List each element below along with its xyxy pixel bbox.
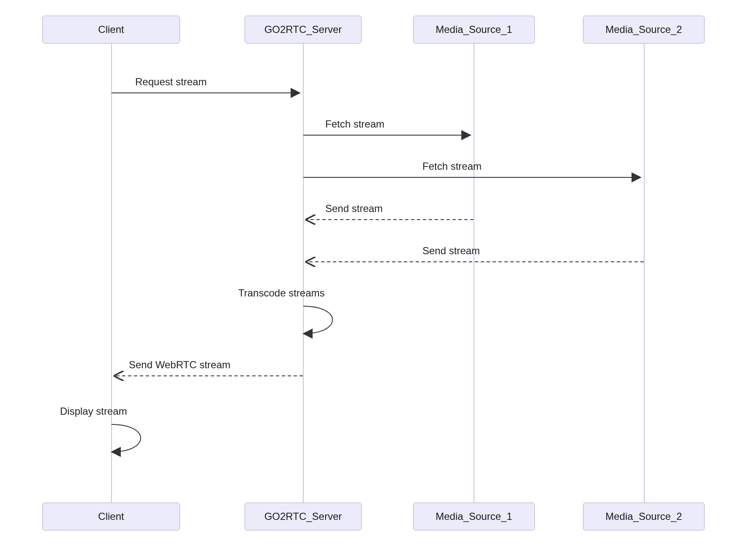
lifeline-ms2 [644,42,645,503]
message-label: Request stream [135,76,207,88]
actor-label: Media_Source_2 [605,24,682,35]
lifeline-client [111,42,112,503]
message-label: Display stream [60,405,127,417]
actor-label: GO2RTC_Server [264,24,342,35]
message-label: Send stream [422,245,480,257]
actor-ms1-bottom: Media_Source_1 [413,503,535,530]
actor-ms1-top: Media_Source_1 [413,16,535,43]
actor-label: Media_Source_1 [436,511,512,522]
actor-client-top: Client [42,16,180,43]
actor-server-bottom: GO2RTC_Server [245,503,362,530]
actor-client-bottom: Client [42,503,180,530]
actor-server-top: GO2RTC_Server [245,16,362,43]
message-label: Send WebRTC stream [129,359,231,371]
message-label: Fetch stream [422,160,482,172]
actor-ms2-bottom: Media_Source_2 [583,503,705,530]
actor-label: Media_Source_1 [436,24,512,35]
actor-label: Media_Source_2 [605,511,682,522]
actor-ms2-top: Media_Source_2 [583,16,705,43]
actor-label: Client [98,24,124,35]
lifeline-server [303,42,304,503]
actor-label: Client [98,511,124,522]
message-label: Fetch stream [325,118,384,130]
message-label: Transcode streams [238,287,325,299]
lifeline-ms1 [474,42,474,503]
actor-label: GO2RTC_Server [264,511,342,522]
message-label: Send stream [325,203,383,215]
sequence-diagram: Client GO2RTC_Server Media_Source_1 Medi… [0,0,746,560]
